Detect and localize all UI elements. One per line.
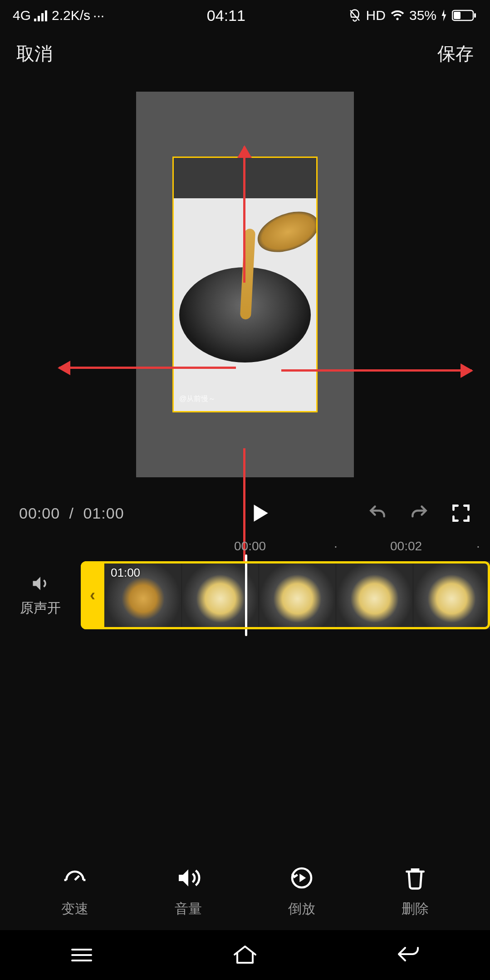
svg-rect-1 xyxy=(454,12,461,19)
charging-icon xyxy=(441,10,447,21)
status-time: 04:11 xyxy=(207,7,245,24)
tick-label: 00:00 xyxy=(234,539,266,554)
more-dots: ··· xyxy=(93,8,104,23)
home-icon xyxy=(232,944,258,965)
volume-icon xyxy=(176,865,201,891)
speed-button[interactable]: 变速 xyxy=(61,865,88,918)
reverse-icon xyxy=(289,865,314,891)
annotation-arrow-left xyxy=(59,367,236,369)
top-bar: 取消 保存 xyxy=(0,31,490,76)
signal-icon xyxy=(34,10,49,21)
cancel-button[interactable]: 取消 xyxy=(16,41,53,66)
svg-rect-2 xyxy=(474,13,476,18)
clip-duration-label: 01:00 xyxy=(111,566,140,580)
battery-icon xyxy=(452,9,476,22)
nav-menu-button[interactable] xyxy=(69,945,95,965)
clip-left-handle[interactable]: ‹ xyxy=(81,561,104,629)
audio-label: 原声开 xyxy=(20,599,61,617)
save-button[interactable]: 保存 xyxy=(437,41,474,66)
speed-icon xyxy=(62,865,88,891)
speaker-icon xyxy=(30,573,50,593)
play-button[interactable] xyxy=(248,502,271,524)
redo-button[interactable] xyxy=(409,503,429,523)
tick-dot: · xyxy=(334,539,338,554)
mute-icon xyxy=(348,9,362,22)
battery-pct: 35% xyxy=(409,8,436,23)
playhead[interactable] xyxy=(245,554,247,636)
system-nav-bar xyxy=(0,930,490,980)
annotation-arrow-up xyxy=(243,147,245,283)
back-icon xyxy=(395,944,421,964)
volume-button[interactable]: 音量 xyxy=(175,865,202,918)
nav-home-button[interactable] xyxy=(232,944,258,966)
net-speed: 2.2K/s xyxy=(52,8,90,23)
video-preview[interactable]: @从前慢～ xyxy=(0,76,490,493)
timeline-track[interactable]: 原声开 ‹ 01:00 xyxy=(0,559,490,632)
bottom-toolbar: 变速 音量 倒放 删除 xyxy=(0,853,490,930)
reverse-button[interactable]: 倒放 xyxy=(288,865,315,918)
undo-button[interactable] xyxy=(368,503,387,523)
annotation-arrow-right xyxy=(281,369,472,372)
fullscreen-button[interactable] xyxy=(451,503,471,523)
video-watermark: @从前慢～ xyxy=(179,394,216,404)
network-label: 4G xyxy=(13,8,31,23)
status-left: 4G 2.2K/s ··· xyxy=(13,8,104,23)
delete-button[interactable]: 删除 xyxy=(402,865,429,918)
nav-back-button[interactable] xyxy=(395,944,421,966)
clip-thumbnails[interactable]: 01:00 xyxy=(104,561,490,629)
playback-time: 00:00 / 01:00 xyxy=(19,505,124,522)
status-bar: 4G 2.2K/s ··· 04:11 HD 35% xyxy=(0,0,490,31)
wifi-icon xyxy=(390,10,405,21)
trash-icon xyxy=(402,865,428,891)
tick-label: 00:02 xyxy=(390,539,422,554)
status-right: HD 35% xyxy=(348,8,476,23)
hd-label: HD xyxy=(366,8,386,23)
original-audio-toggle[interactable]: 原声开 xyxy=(0,573,81,617)
menu-icon xyxy=(69,945,95,963)
tick-dot: · xyxy=(476,539,480,554)
